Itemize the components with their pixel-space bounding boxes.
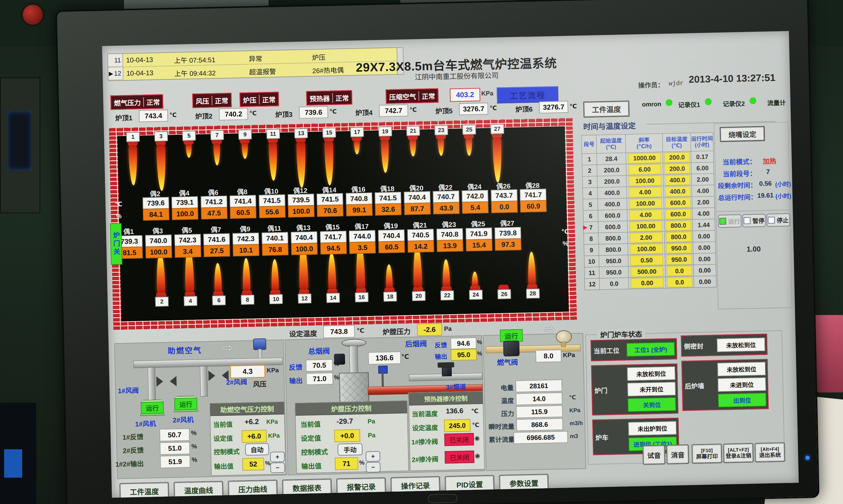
settings-cell[interactable]: 100.00 bbox=[626, 175, 664, 187]
settings-cell[interactable]: 400.0 bbox=[597, 187, 627, 199]
cooling-valve2-eye-icon[interactable]: ◉ bbox=[475, 452, 480, 459]
settings-editable-value[interactable]: 6.00 bbox=[628, 164, 661, 175]
fn-button-退出系统[interactable]: [Alt+F4]退出系统 bbox=[754, 442, 785, 463]
settings-editable-value[interactable]: 2.00 bbox=[630, 232, 663, 243]
toolbar-报警记录-button[interactable]: 报警记录 bbox=[336, 478, 386, 496]
settings-cell[interactable]: 800.0 bbox=[599, 244, 628, 255]
apc-set-value[interactable]: +6.0 bbox=[242, 430, 267, 443]
toolbar-参数设置-button[interactable]: 参数设置 bbox=[499, 474, 549, 492]
settings-cell[interactable]: 200.0 bbox=[597, 175, 627, 187]
settings-editable-value[interactable]: 100.00 bbox=[629, 198, 662, 209]
settings-editable-value[interactable]: 1000.00 bbox=[628, 153, 661, 163]
settings-editable-value[interactable]: 100.00 bbox=[630, 244, 663, 254]
alarm-row-type[interactable]: 超温报警 bbox=[249, 66, 276, 76]
process-flow-button[interactable]: 工艺流程 bbox=[497, 86, 558, 104]
settings-cell[interactable]: 6.00 bbox=[691, 162, 714, 174]
settings-cell[interactable]: 100.00 bbox=[627, 197, 664, 210]
settings-cell[interactable]: 28.4 bbox=[597, 152, 626, 164]
settings-cell[interactable]: 200.0 bbox=[663, 163, 692, 175]
settings-cell[interactable]: 0.0 bbox=[599, 277, 629, 289]
alarm-row-date[interactable]: 10-04-13 bbox=[126, 69, 154, 77]
burner-setting-button[interactable]: 烧嘴设定 bbox=[720, 126, 765, 142]
settings-editable-value[interactable]: 800.0 bbox=[666, 220, 691, 231]
settings-editable-value[interactable]: 100.00 bbox=[629, 221, 662, 231]
settings-cell[interactable]: 400.0 bbox=[598, 198, 627, 210]
settings-cell[interactable]: 400.0 bbox=[664, 185, 692, 197]
settings-cell[interactable]: 2.00 bbox=[692, 174, 714, 185]
workpiece-temp-button[interactable]: 工件温度 bbox=[583, 101, 629, 118]
pause-state-button[interactable]: 暂停 bbox=[742, 214, 766, 227]
settings-cell[interactable]: 500.00 bbox=[628, 266, 666, 277]
settings-cell[interactable]: 600.0 bbox=[664, 208, 693, 220]
settings-cell[interactable]: 200.0 bbox=[663, 151, 691, 163]
settings-cell[interactable]: 0.00 bbox=[693, 253, 716, 265]
toolbar-PID设置-button[interactable]: PID设置 bbox=[445, 475, 495, 493]
settings-editable-value[interactable]: 0.50 bbox=[630, 255, 663, 266]
settings-editable-value[interactable]: 0.0 bbox=[667, 266, 692, 276]
stop-checkbox[interactable] bbox=[768, 217, 775, 223]
phc-set-value[interactable]: 245.0 bbox=[444, 419, 470, 432]
settings-cell[interactable]: 2.00 bbox=[628, 231, 665, 244]
settings-editable-value[interactable]: 4.00 bbox=[629, 210, 662, 220]
alarm-row-source[interactable]: 炉压 bbox=[312, 52, 326, 62]
settings-cell[interactable]: 6.00 bbox=[626, 163, 663, 175]
settings-cell[interactable]: 2.00 bbox=[692, 196, 715, 208]
settings-cell[interactable]: 0.00 bbox=[693, 230, 715, 242]
settings-cell[interactable]: 0.0 bbox=[665, 265, 694, 277]
toolbar-压力曲线-button[interactable]: 压力曲线 bbox=[228, 480, 277, 498]
settings-cell[interactable]: 950.0 bbox=[665, 242, 693, 254]
cpc-set-value[interactable]: +0.0 bbox=[334, 429, 360, 442]
settings-cell[interactable]: 600.0 bbox=[598, 221, 628, 233]
settings-cell[interactable]: 1.44 bbox=[693, 219, 715, 231]
alarm-row-time[interactable]: 上午 09:44:32 bbox=[174, 68, 216, 78]
toolbar-数据报表-button[interactable]: 数据报表 bbox=[282, 479, 332, 497]
settings-editable-value[interactable]: 950.0 bbox=[666, 243, 692, 253]
settings-editable-value[interactable]: 600.0 bbox=[666, 209, 691, 219]
cpc-output-value[interactable]: 71 bbox=[335, 457, 358, 470]
settings-cell[interactable]: 800.0 bbox=[598, 232, 628, 244]
settings-editable-value[interactable]: 800.0 bbox=[666, 232, 692, 242]
cpc-mode-button[interactable]: 手动 bbox=[338, 443, 363, 456]
stop-state-button[interactable]: 停止 bbox=[767, 213, 790, 227]
fn-button-登录&注销[interactable]: [ALT+F2]登录&注销 bbox=[723, 443, 754, 463]
cpc-plus-button[interactable]: + bbox=[366, 451, 380, 462]
settings-cell[interactable]: 0.00 bbox=[694, 276, 716, 288]
pause-checkbox[interactable] bbox=[743, 217, 751, 224]
alarm-row-type[interactable]: 异常 bbox=[249, 53, 263, 63]
settings-editable-value[interactable]: 500.00 bbox=[630, 266, 664, 277]
settings-cell[interactable]: 600.0 bbox=[598, 210, 627, 221]
settings-editable-value[interactable]: 4.00 bbox=[629, 187, 662, 198]
settings-cell[interactable]: 400.0 bbox=[663, 174, 692, 186]
settings-editable-value[interactable]: 950.0 bbox=[667, 254, 692, 265]
settings-cell[interactable]: 100.00 bbox=[627, 220, 665, 232]
alarm-row-number[interactable]: 11 bbox=[108, 54, 123, 67]
toolbar-温度曲线-button[interactable]: 温度曲线 bbox=[174, 481, 223, 498]
settings-editable-value[interactable]: 400.0 bbox=[665, 175, 690, 185]
试音-button[interactable]: 试音 bbox=[642, 445, 666, 465]
toolbar-工件温度-button[interactable]: 工件温度 bbox=[119, 482, 169, 498]
settings-editable-value[interactable]: 0.00 bbox=[631, 277, 664, 288]
apc-plus-button[interactable]: + bbox=[270, 452, 285, 462]
settings-cell[interactable]: 4.00 bbox=[627, 209, 664, 221]
apc-output-value[interactable]: 52 bbox=[242, 458, 264, 471]
settings-editable-value[interactable]: 200.0 bbox=[664, 152, 689, 162]
settings-cell[interactable]: 950.0 bbox=[665, 254, 694, 266]
settings-cell[interactable]: 0.0 bbox=[666, 276, 694, 288]
settings-cell[interactable]: 4.00 bbox=[692, 208, 715, 219]
cooling-valve1-eye-icon[interactable]: ◉ bbox=[474, 434, 480, 442]
settings-cell[interactable]: 950.0 bbox=[599, 266, 629, 278]
alarm-row-time[interactable]: 上午 07:54:51 bbox=[174, 54, 215, 65]
settings-cell[interactable]: 1000.00 bbox=[626, 152, 663, 164]
settings-cell[interactable]: 600.0 bbox=[664, 197, 692, 209]
settings-cell[interactable]: 100.00 bbox=[628, 243, 665, 255]
settings-cell[interactable]: 800.0 bbox=[664, 219, 693, 231]
settings-editable-value[interactable]: 400.0 bbox=[665, 186, 690, 197]
apc-mode-button[interactable]: 自动 bbox=[245, 443, 269, 455]
settings-editable-value[interactable]: 200.0 bbox=[665, 163, 690, 174]
settings-cell[interactable]: 4.00 bbox=[692, 185, 714, 197]
消音-button[interactable]: 消音 bbox=[666, 444, 689, 465]
settings-cell[interactable]: 0.00 bbox=[694, 264, 716, 276]
settings-cell[interactable]: 4.00 bbox=[627, 186, 664, 198]
settings-cell[interactable]: 0.17 bbox=[691, 151, 714, 163]
apc-minus-button[interactable]: − bbox=[270, 463, 285, 473]
